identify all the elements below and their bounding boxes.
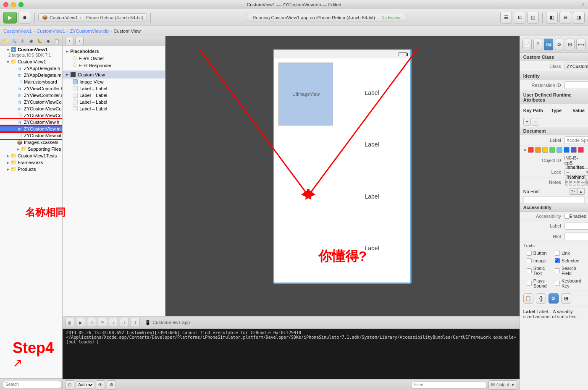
nav-group-products[interactable]: ▶ 📁 Products <box>0 166 62 173</box>
navigator-toggle[interactable]: ◧ <box>546 12 558 24</box>
nav-file-customview-h[interactable]: h ZYCustomView.h <box>0 119 62 126</box>
nav-btn-test[interactable]: ◉ <box>27 37 35 45</box>
nav-file-viewcontroller-h[interactable]: h ZYViewController.h <box>0 85 62 92</box>
console-eye-btn[interactable]: 👁 <box>96 380 105 390</box>
bc-item-1[interactable]: CustomView1 <box>3 29 32 34</box>
class-select[interactable]: ZYCustomView ▼ <box>564 63 588 70</box>
color-swatch-blue[interactable] <box>564 147 570 153</box>
trait-static-text-checkbox[interactable] <box>527 268 532 273</box>
nav-file-customviewcode-xib[interactable]: 📄 ZYCustomViewCode.xib <box>0 112 62 119</box>
color-swatch-yellow[interactable] <box>542 147 548 153</box>
outline-label-1[interactable]: Label – Label <box>63 85 165 92</box>
nav-file-appdelegate-h[interactable]: h ZYAppDelegate.h <box>0 65 62 72</box>
xcode-label-input[interactable] <box>564 136 588 144</box>
notes-resize[interactable]: ⊞ <box>586 179 588 186</box>
nav-file-customviewcode-m[interactable]: m ZYCustomViewCode.m <box>0 105 62 112</box>
lock-select[interactable]: Inherited – (Nothing) ▼ <box>564 168 588 176</box>
trait-plays-sound-checkbox[interactable] <box>527 281 532 286</box>
acc-label-input[interactable] <box>564 222 588 230</box>
nav-btn-folder[interactable]: 📁 <box>2 37 9 45</box>
console-clear-btn[interactable]: 🗑 <box>65 318 74 327</box>
trait-image-checkbox[interactable] <box>527 258 532 263</box>
nav-file-customviewcode-h[interactable]: h ZYCustomViewCode.h <box>0 99 62 105</box>
outline-placeholders[interactable]: ▶ Placeholders <box>63 48 165 55</box>
inspector-toggle[interactable]: ◨ <box>573 12 585 24</box>
bc-item-2[interactable]: CustomView1 <box>37 29 65 34</box>
nav-search-input[interactable] <box>3 381 62 388</box>
console-filter-input[interactable] <box>411 381 487 389</box>
console-bottom-btn-1[interactable]: ⊡ <box>65 380 74 390</box>
console-step-btn[interactable]: ↷ <box>98 318 107 327</box>
add-attribute-button[interactable]: + <box>523 118 531 126</box>
font-size-btn[interactable]: T+ <box>570 188 577 195</box>
console-step3-btn[interactable]: ↑ <box>120 318 129 327</box>
nav-group-tests[interactable]: ▶ 📁 CustomView1Tests <box>0 152 62 159</box>
color-swatch-orange[interactable] <box>535 147 541 153</box>
nav-btn-search[interactable]: 🔍 <box>10 37 18 45</box>
expand-button[interactable]: ⤢ <box>581 2 585 7</box>
nav-group-frameworks[interactable]: ▶ 📁 Frameworks <box>0 159 62 166</box>
nav-file-customview-m[interactable]: m ZYCustomView.m <box>0 126 62 132</box>
view-toggle-2[interactable]: ⊡ <box>514 12 525 24</box>
remove-attribute-button[interactable]: − <box>532 118 539 126</box>
nav-file-appdelegate-m[interactable]: m ZYAppDelegate.m <box>0 72 62 79</box>
notes-align-center[interactable]: ≡ <box>569 179 572 186</box>
acc-hint-input[interactable] <box>564 233 588 240</box>
trait-button-checkbox[interactable] <box>527 251 532 256</box>
close-button[interactable] <box>3 2 8 7</box>
color-swatch-lightblue[interactable] <box>556 147 562 153</box>
stop-button[interactable]: ■ <box>18 12 31 24</box>
console-play-btn[interactable]: ▶ <box>76 318 85 327</box>
trait-selected-checkbox[interactable]: ✓ <box>555 258 560 263</box>
outline-back-btn[interactable]: ‹ <box>65 37 74 45</box>
nav-project-root[interactable]: ▶ X CustomView1 <box>0 46 62 53</box>
insp-attr-btn[interactable]: ⚙ <box>555 39 564 50</box>
outline-label-3[interactable]: Label – Label <box>63 99 165 105</box>
outline-custom-view[interactable]: ▶ ⬛ Custom View <box>63 71 165 79</box>
notes-align-justify[interactable]: ≡ <box>577 179 580 186</box>
insp-connect-btn[interactable]: ⟷ <box>576 39 585 50</box>
outline-label-4[interactable]: Label – Label <box>63 105 165 112</box>
nav-file-images[interactable]: 📦 Images.xcassets <box>0 139 62 146</box>
nav-btn-issues[interactable]: ⚠ <box>19 37 26 45</box>
console-settings-btn[interactable]: ⚙ <box>107 380 116 390</box>
image-view[interactable]: UIImageView <box>278 63 333 126</box>
scheme-selector[interactable]: 📦 CustomView1 › iPhone Retina (4-inch 64… <box>38 13 147 21</box>
icon-2[interactable]: {} <box>536 293 546 304</box>
nav-group-customview1[interactable]: ▶ 📁 CustomView1 <box>0 58 62 65</box>
view-toggle-3[interactable]: ◫ <box>527 12 539 24</box>
nav-btn-debug[interactable]: 🐛 <box>36 37 43 45</box>
outline-imageview[interactable]: Image View <box>63 79 165 85</box>
notes-align-right[interactable]: ≡ <box>573 179 576 186</box>
outline-label-2[interactable]: Label – Label <box>63 92 165 99</box>
insp-help-btn[interactable]: ? <box>533 39 543 50</box>
color-swatch-red[interactable] <box>528 147 534 153</box>
color-swatch-green[interactable] <box>549 147 555 153</box>
console-step4-btn[interactable]: ⤴ <box>131 318 140 327</box>
icon-4[interactable]: ⊞ <box>561 293 571 304</box>
console-step2-btn[interactable]: ↓ <box>109 318 118 327</box>
outline-files-owner[interactable]: ⬡ File's Owner <box>63 55 165 62</box>
output-select[interactable]: All Output ▼ <box>488 380 517 390</box>
font-stepper-up[interactable]: ▲ <box>577 188 585 195</box>
notes-align-left[interactable]: ≡ <box>565 179 568 186</box>
notes-dash[interactable]: — <box>581 179 585 186</box>
nav-file-mainstoryboard[interactable]: 📄 Main.storyboard <box>0 79 62 85</box>
minimize-button[interactable] <box>11 2 16 7</box>
insp-size-btn[interactable]: ⊞ <box>566 39 575 50</box>
debug-toggle[interactable]: ⊟ <box>559 12 571 24</box>
nav-file-viewcontroller-m[interactable]: m ZYViewController.m <box>0 92 62 99</box>
accessibility-enabled-checkbox[interactable] <box>564 214 570 219</box>
restoration-id-input[interactable] <box>564 81 588 89</box>
fullscreen-button[interactable] <box>18 2 24 7</box>
traffic-lights[interactable] <box>3 2 24 7</box>
trait-search-field-checkbox[interactable] <box>555 268 560 273</box>
color-x-icon[interactable]: ✕ <box>523 148 527 152</box>
trait-keyboard-key-checkbox[interactable] <box>555 281 560 286</box>
console-filter-select[interactable]: Auto <box>76 381 94 389</box>
nav-btn-report[interactable]: 📋 <box>53 37 60 45</box>
trait-link-checkbox[interactable] <box>555 251 560 256</box>
insp-file-btn[interactable]: 📄 <box>522 39 532 50</box>
bc-item-3[interactable]: ZYCustomView.xib <box>70 29 109 34</box>
icon-1[interactable]: 📋 <box>523 293 533 304</box>
